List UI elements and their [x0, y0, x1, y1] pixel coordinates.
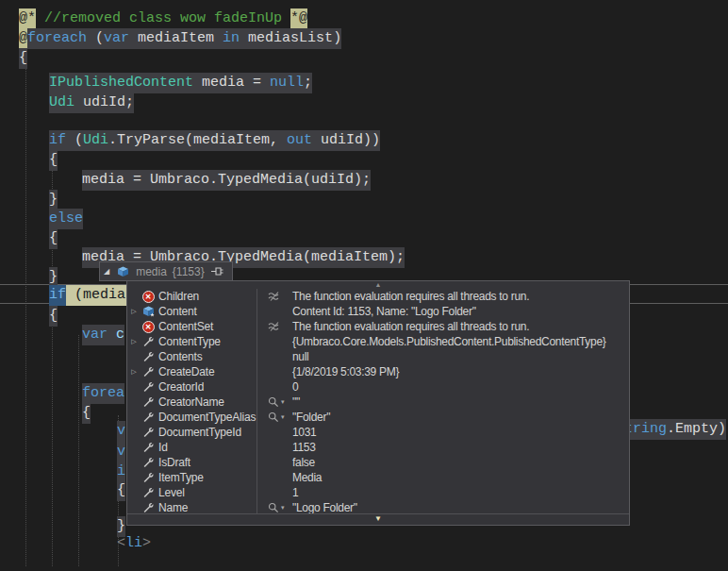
- value-icon-slot[interactable]: ▾: [268, 396, 292, 408]
- code-segment: var: [104, 28, 129, 49]
- code-line[interactable]: var c: [82, 325, 124, 344]
- code-line[interactable]: forea: [82, 383, 124, 403]
- pin-icon: [210, 265, 224, 277]
- property-value: The function evaluation requires all thr…: [292, 320, 529, 333]
- datatip-row[interactable]: ✕ContentSetThe function evaluation requi…: [127, 319, 629, 334]
- code-segment: }: [49, 190, 58, 210]
- property-name-cell: Contents: [127, 350, 256, 363]
- property-icon-slot: [141, 366, 156, 378]
- property-icon-slot: [141, 442, 156, 454]
- object-icon: [117, 266, 129, 277]
- code-line[interactable]: {: [19, 48, 27, 68]
- datatip-row[interactable]: Level1: [127, 485, 629, 500]
- property-value-cell: ▾"Folder": [256, 411, 629, 424]
- property-name: ContentType: [156, 335, 221, 348]
- code-line[interactable]: {: [49, 150, 58, 170]
- code-segment: //removed class wow fadeInUp: [44, 8, 290, 29]
- datatip-row[interactable]: IsDraftfalse: [127, 455, 629, 470]
- property-name: CreatorName: [156, 395, 224, 409]
- datatip-row[interactable]: Contentsnull: [127, 349, 629, 364]
- value-icon-slot[interactable]: ▾: [268, 502, 292, 513]
- code-segment: {: [82, 403, 91, 424]
- code-line[interactable]: v: [117, 442, 125, 462]
- property-value: {Umbraco.Core.Models.PublishedContent.Pu…: [292, 335, 606, 348]
- property-value-cell: ▾"Logo Folder": [256, 501, 629, 514]
- property-name: ItemType: [156, 471, 204, 484]
- threads-evaluation-icon: [268, 291, 281, 302]
- code-line[interactable]: }: [49, 190, 58, 210]
- code-segment: Udi: [49, 92, 74, 113]
- property-name: DocumentTypeAlias: [156, 411, 256, 424]
- property-icon-slot: [141, 336, 156, 348]
- code-segment: {: [19, 48, 27, 69]
- pin-icon[interactable]: [210, 265, 224, 277]
- value-icon-slot[interactable]: ▾: [268, 411, 292, 423]
- code-segment: .: [667, 419, 675, 440]
- code-editor[interactable]: @* //removed class wow fadeInUp *@@forea…: [0, 0, 728, 571]
- code-line[interactable]: {: [82, 403, 91, 423]
- property-name-cell: Name: [127, 501, 256, 514]
- datatip-row[interactable]: CreatorId0: [127, 379, 629, 395]
- code-line[interactable]: IPublishedContent media = null;: [49, 73, 312, 92]
- property-name-cell: CreatorId: [127, 380, 256, 394]
- code-line[interactable]: if (Udi.TryParse(mediaItem, out udiId)): [49, 130, 380, 150]
- property-name: IsDraft: [156, 456, 190, 469]
- code-line[interactable]: {: [49, 306, 58, 326]
- property-icon-slot: ✕: [141, 321, 156, 333]
- code-segment: var: [82, 325, 108, 345]
- code-line[interactable]: {: [117, 480, 125, 500]
- code-segment: v: [117, 442, 125, 462]
- code-line[interactable]: <li>: [117, 533, 151, 553]
- datatip-row[interactable]: ▷ContentType{Umbraco.Core.Models.Publish…: [127, 334, 629, 349]
- datatip-row[interactable]: CreatorName▾"": [127, 395, 629, 410]
- code-line[interactable]: tring.Empty): [624, 419, 726, 439]
- property-name-cell: ✕ContentSet: [127, 320, 256, 333]
- property-icon-slot: [141, 487, 156, 499]
- property-value: 1: [292, 486, 298, 499]
- property-name-cell: ▷ContentType: [127, 335, 256, 348]
- datatip-row[interactable]: DocumentTypeAlias▾"Folder": [127, 410, 629, 425]
- scroll-up-arrow[interactable]: ▲: [127, 281, 629, 289]
- datatip-row[interactable]: ItemTypeMedia: [127, 470, 629, 485]
- code-segment: i: [117, 462, 125, 482]
- expand-arrow-icon[interactable]: ▷: [127, 308, 141, 315]
- code-segment: c: [108, 325, 124, 345]
- code-segment: >: [142, 533, 151, 554]
- property-value-cell: {1/8/2019 5:03:39 PM}: [256, 365, 629, 378]
- expand-arrow-icon[interactable]: ▷: [127, 368, 141, 376]
- expand-arrow-icon[interactable]: ▷: [127, 338, 141, 345]
- code-segment: [36, 8, 44, 29]
- code-segment: udiId)): [312, 130, 380, 151]
- code-line[interactable]: {: [49, 228, 58, 248]
- code-segment: in: [223, 28, 240, 49]
- property-value-cell: 1: [256, 486, 629, 499]
- code-line[interactable]: media = Umbraco.TypedMedia(udiId);: [82, 170, 371, 190]
- datatip-expander-icon[interactable]: ◢: [104, 267, 109, 276]
- scroll-down-arrow[interactable]: ▼: [127, 513, 629, 525]
- datatip-popup[interactable]: ▲ ✕ChildrenThe function evaluation requi…: [126, 280, 630, 526]
- code-line[interactable]: @foreach (var mediaItem in mediasList): [19, 28, 341, 48]
- code-line[interactable]: Udi udiId;: [49, 92, 134, 112]
- property-value: 1153: [292, 441, 316, 454]
- code-line[interactable]: i: [117, 462, 125, 481]
- code-segment: tring: [624, 419, 667, 440]
- error-icon: ✕: [142, 321, 155, 333]
- code-line[interactable]: else: [49, 209, 83, 228]
- datatip-row[interactable]: DocumentTypeId1031: [127, 425, 629, 440]
- code-segment: *@: [290, 8, 307, 29]
- property-name-cell: ✕Children: [127, 290, 256, 303]
- code-line[interactable]: }: [49, 267, 58, 287]
- property-name: Contents: [156, 350, 202, 363]
- code-line[interactable]: @* //removed class wow fadeInUp *@: [19, 8, 307, 28]
- code-line[interactable]: v: [117, 421, 125, 441]
- code-segment: if: [49, 130, 66, 151]
- property-wrench-icon: [142, 442, 155, 454]
- datatip-header[interactable]: ◢ media {1153}: [99, 261, 233, 281]
- datatip-row[interactable]: Id1153: [127, 440, 629, 455]
- datatip-row[interactable]: ▷CreateDate{1/8/2019 5:03:39 PM}: [127, 364, 629, 379]
- property-value: "Logo Folder": [292, 501, 357, 514]
- datatip-row[interactable]: ✕ChildrenThe function evaluation require…: [127, 289, 629, 304]
- property-wrench-icon: [142, 381, 155, 394]
- property-icon-slot: [141, 472, 156, 484]
- datatip-row[interactable]: ▷ContentContent Id: 1153, Name: "Logo Fo…: [127, 304, 629, 319]
